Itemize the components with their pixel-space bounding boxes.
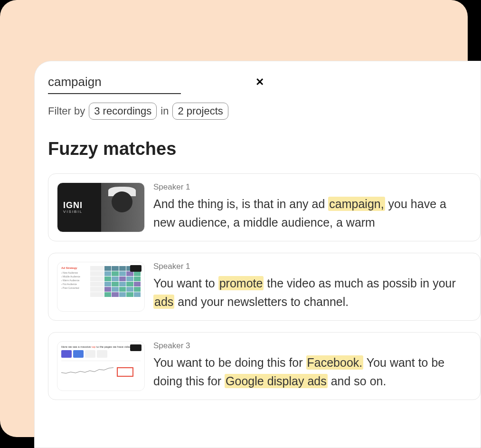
filter-recordings-pill[interactable]: 3 recordings: [89, 103, 157, 120]
result-content: Speaker 1 You want to promote the video …: [153, 262, 471, 311]
filter-label: Filter by: [48, 105, 85, 117]
result-thumbnail: IGNI VISIBIL: [57, 182, 145, 232]
transcript-text: You want to be doing this for Facebook. …: [153, 353, 471, 391]
result-content: Speaker 1 And the thing is, is that in a…: [153, 182, 471, 232]
search-panel: ✕ Filter by 3 recordings in 2 projects F…: [34, 61, 481, 448]
result-card[interactable]: IGNI VISIBIL Speaker 1 And the thing is,…: [48, 173, 481, 241]
clear-search-icon[interactable]: ✕: [252, 76, 268, 88]
match-highlight: promote: [218, 276, 264, 290]
section-heading: Fuzzy matches: [48, 139, 481, 159]
result-content: Speaker 3 You want to be doing this for …: [153, 341, 471, 391]
filter-connector: in: [160, 105, 169, 117]
result-card[interactable]: Ad Strategy › New Audience › Middle Audi…: [48, 253, 481, 321]
speaker-label: Speaker 1: [153, 262, 471, 271]
search-row: ✕: [48, 75, 481, 94]
match-highlight: campaign,: [328, 197, 385, 211]
match-highlight: Google display ads: [225, 374, 328, 388]
match-highlight: Facebook.: [306, 355, 364, 370]
match-highlight: ads: [153, 295, 174, 309]
filter-projects-pill[interactable]: 2 projects: [172, 103, 228, 120]
result-thumbnail: Here we see a massive top to the pages w…: [57, 341, 145, 391]
speaker-label: Speaker 3: [153, 341, 471, 351]
search-input[interactable]: [48, 75, 202, 89]
transcript-text: You want to promote the video as much as…: [153, 274, 471, 311]
result-card[interactable]: Here we see a massive top to the pages w…: [48, 332, 481, 400]
speaker-label: Speaker 1: [153, 182, 471, 192]
result-thumbnail: Ad Strategy › New Audience › Middle Audi…: [57, 262, 145, 312]
transcript-text: And the thing is, is that in any ad camp…: [153, 195, 471, 232]
search-input-wrap: ✕: [48, 75, 181, 94]
filter-row: Filter by 3 recordings in 2 projects: [48, 103, 481, 120]
